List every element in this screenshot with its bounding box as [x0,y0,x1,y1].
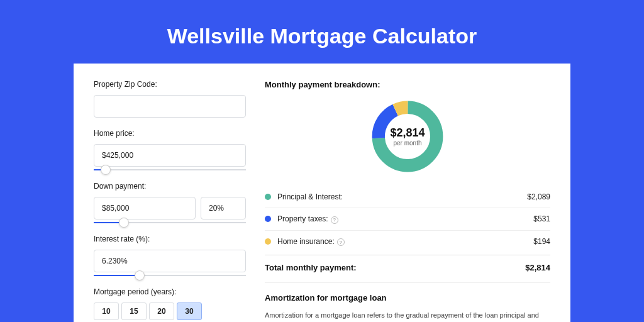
breakdown-label: Home insurance:? [277,237,533,247]
home-price-label: Home price: [94,129,246,138]
down-payment-slider[interactable] [94,222,246,223]
down-payment-input[interactable] [94,197,196,219]
zip-input[interactable] [94,95,246,118]
rate-field: Interest rate (%): [94,235,246,276]
donut-wrap: $2,814 per month [265,98,550,175]
breakdown-row: Home insurance:?$194 [265,231,550,253]
breakdown-row: Principal & Interest:$2,089 [265,186,550,208]
form-panel: Property Zip Code: Home price: Down paym… [94,80,246,322]
legend-dot-icon [265,216,271,222]
slider-thumb[interactable] [101,165,111,175]
page-title: Wellsville Mortgage Calculator [0,0,644,64]
period-button-30[interactable]: 30 [177,303,202,320]
slider-thumb[interactable] [119,218,129,228]
breakdown-label: Principal & Interest: [277,192,527,201]
legend-dot-icon [265,238,271,245]
rate-slider[interactable] [94,275,246,276]
period-field: Mortgage period (years): 10152030 [94,287,246,320]
breakdown-value: $531 [533,214,550,223]
donut-amount: $2,814 [390,126,425,140]
legend-dot-icon [265,194,271,200]
zip-field: Property Zip Code: [94,80,246,118]
breakdown-panel: Monthly payment breakdown: $2,814 per mo… [265,80,550,322]
amortization-section: Amortization for mortgage loan Amortizat… [265,282,550,322]
period-button-10[interactable]: 10 [94,303,119,320]
period-button-15[interactable]: 15 [121,303,147,320]
breakdown-value: $2,089 [527,192,550,201]
donut-sub: per month [393,140,421,147]
payment-donut-chart: $2,814 per month [369,98,446,175]
breakdown-label: Property taxes:? [277,214,533,224]
period-buttons: 10152030 [94,303,246,320]
amortization-title: Amortization for mortgage loan [265,293,550,303]
breakdown-value: $194 [533,237,550,246]
down-payment-label: Down payment: [94,182,246,191]
rate-input[interactable] [94,250,246,272]
breakdown-title: Monthly payment breakdown: [265,80,550,89]
rate-label: Interest rate (%): [94,235,246,243]
help-icon[interactable]: ? [337,238,345,246]
home-price-slider[interactable] [94,169,246,170]
total-value: $2,814 [525,263,550,272]
down-payment-pct-input[interactable] [201,197,246,219]
donut-center: $2,814 per month [369,98,446,175]
period-label: Mortgage period (years): [94,287,246,296]
total-label: Total monthly payment: [265,263,525,272]
total-row: Total monthly payment: $2,814 [265,255,550,282]
zip-label: Property Zip Code: [94,80,246,89]
slider-fill [94,275,140,276]
period-button-20[interactable]: 20 [149,303,174,320]
slider-thumb[interactable] [135,270,145,280]
breakdown-list: Principal & Interest:$2,089Property taxe… [265,186,550,252]
amortization-text: Amortization for a mortgage loan refers … [265,310,550,322]
down-payment-field: Down payment: [94,182,246,223]
help-icon[interactable]: ? [331,216,338,224]
calculator-card: Property Zip Code: Home price: Down paym… [74,64,570,322]
home-price-input[interactable] [94,144,246,167]
breakdown-row: Property taxes:?$531 [265,208,550,231]
home-price-field: Home price: [94,129,246,170]
